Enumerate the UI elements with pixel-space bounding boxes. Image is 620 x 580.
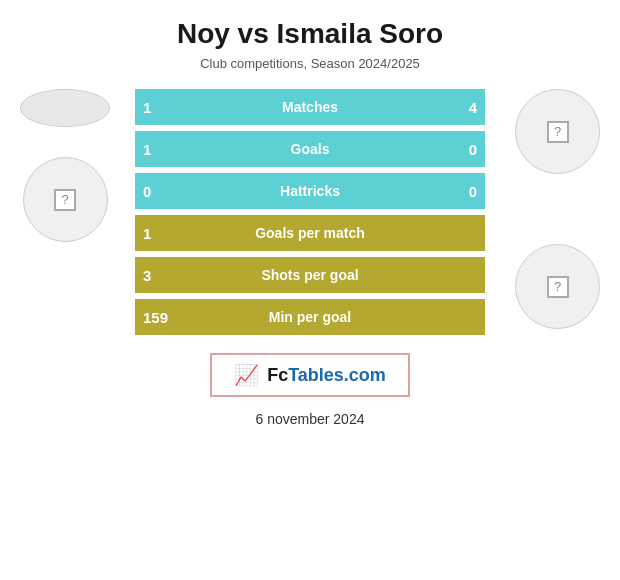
stat-right-hattricks: 0 xyxy=(469,183,477,200)
player-avatar-left: ? xyxy=(23,157,108,242)
stat-label-min-per-goal: Min per goal xyxy=(269,309,351,325)
stat-label-shots-per-goal: Shots per goal xyxy=(261,267,358,283)
page: Noy vs Ismaila Soro Club competitions, S… xyxy=(0,0,620,580)
stat-left-min-per-goal: 159 xyxy=(143,309,168,326)
logo-box: 📈 FcTables.com xyxy=(210,353,410,397)
logo-area: 📈 FcTables.com xyxy=(210,353,410,397)
logo-icon: 📈 xyxy=(234,363,259,387)
stat-left-matches: 1 xyxy=(143,99,151,116)
question-icon-left: ? xyxy=(54,189,76,211)
stat-left-goals: 1 xyxy=(143,141,151,158)
page-subtitle: Club competitions, Season 2024/2025 xyxy=(200,56,420,71)
stats-area: ? 1Matches41Goals00Hattricks01Goals per … xyxy=(0,89,620,335)
stat-right-goals: 0 xyxy=(469,141,477,158)
stat-right-matches: 4 xyxy=(469,99,477,116)
stat-left-hattricks: 0 xyxy=(143,183,151,200)
stat-label-goals-per-match: Goals per match xyxy=(255,225,365,241)
avatar-right: ? ? xyxy=(515,89,600,329)
stat-label-matches: Matches xyxy=(282,99,338,115)
date-label: 6 november 2024 xyxy=(256,411,365,427)
stat-left-shots-per-goal: 3 xyxy=(143,267,151,284)
stat-row-hattricks: 0Hattricks0 xyxy=(135,173,485,209)
logo-text: FcTables.com xyxy=(267,365,386,386)
stat-row-goals: 1Goals0 xyxy=(135,131,485,167)
stat-label-hattricks: Hattricks xyxy=(280,183,340,199)
team-oval xyxy=(20,89,110,127)
page-title: Noy vs Ismaila Soro xyxy=(177,18,443,50)
player-avatar-right-2: ? xyxy=(515,244,600,329)
stat-row-shots-per-goal: 3Shots per goal xyxy=(135,257,485,293)
question-icon-right-2: ? xyxy=(547,276,569,298)
avatar-left: ? xyxy=(20,89,110,242)
stat-row-matches: 1Matches4 xyxy=(135,89,485,125)
stat-row-min-per-goal: 159Min per goal xyxy=(135,299,485,335)
stats-bars: 1Matches41Goals00Hattricks01Goals per ma… xyxy=(135,89,485,335)
stat-left-goals-per-match: 1 xyxy=(143,225,151,242)
player-avatar-right-1: ? xyxy=(515,89,600,174)
stat-row-goals-per-match: 1Goals per match xyxy=(135,215,485,251)
question-icon-right-1: ? xyxy=(547,121,569,143)
stat-label-goals: Goals xyxy=(291,141,330,157)
